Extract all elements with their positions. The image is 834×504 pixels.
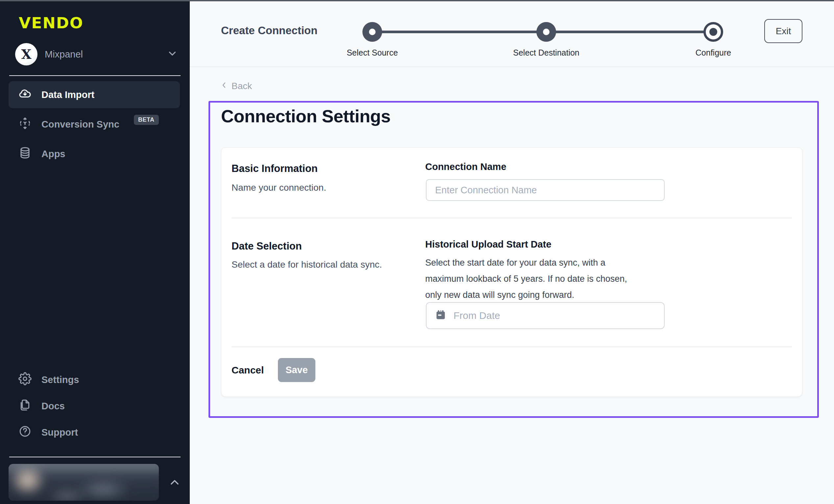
sidebar-nav: Data Import Conversion Sync BETA	[0, 81, 190, 167]
card-divider	[232, 347, 792, 347]
gear-icon	[18, 372, 31, 388]
sidebar: VENDO X Mixpanel Data Import	[0, 1, 190, 504]
sidebar-item-settings[interactable]: Settings	[8, 367, 180, 393]
page-title: Create Connection	[221, 24, 317, 37]
sidebar-item-data-import[interactable]: Data Import	[8, 81, 180, 108]
date-selection-description: Select a date for historical data sync.	[232, 259, 382, 270]
sync-arrows-icon	[18, 117, 31, 132]
connection-name-label: Connection Name	[425, 161, 506, 172]
step-label-configure: Configure	[696, 48, 731, 58]
historical-upload-label: Historical Upload Start Date	[425, 239, 551, 250]
basic-information-title: Basic Information	[232, 163, 318, 175]
calendar-icon	[434, 309, 447, 323]
chevron-left-icon	[220, 81, 228, 91]
sidebar-item-label: Settings	[41, 374, 79, 385]
mixpanel-logo-icon: X	[15, 43, 38, 65]
stepper-connector-1	[372, 30, 546, 33]
step-dot-select-source	[363, 22, 382, 42]
sidebar-item-label: Docs	[41, 401, 65, 412]
basic-information-description: Name your connection.	[232, 182, 326, 193]
sidebar-divider	[9, 75, 180, 76]
sidebar-divider-bottom	[9, 457, 180, 457]
workspace-name: Mixpanel	[45, 49, 83, 60]
cancel-button[interactable]: Cancel	[232, 365, 264, 376]
sidebar-item-apps[interactable]: Apps	[8, 140, 180, 167]
chevron-up-icon[interactable]	[168, 476, 181, 489]
card-divider	[232, 218, 792, 218]
user-profile-blurred[interactable]	[8, 464, 159, 501]
stepper-connector-2	[546, 30, 713, 33]
database-icon	[18, 146, 31, 162]
blurred-user-info	[8, 464, 159, 501]
header-divider	[190, 66, 834, 67]
connection-name-input[interactable]	[426, 179, 665, 201]
back-label: Back	[232, 81, 252, 91]
date-selection-title: Date Selection	[232, 240, 302, 252]
vendo-logo: VENDO	[19, 14, 190, 32]
back-link[interactable]: Back	[220, 81, 252, 91]
step-dot-select-destination	[536, 22, 556, 42]
sidebar-item-label: Support	[41, 427, 78, 438]
app-screen: VENDO X Mixpanel Data Import	[0, 0, 834, 504]
sidebar-item-label: Data Import	[41, 89, 94, 100]
panel-title: Connection Settings	[221, 106, 391, 126]
sidebar-footer-nav: Settings Docs	[0, 367, 190, 445]
user-row	[8, 464, 181, 501]
pages-icon	[18, 398, 31, 414]
cloud-download-icon	[18, 87, 31, 103]
step-label-select-destination: Select Destination	[513, 48, 579, 58]
save-button[interactable]: Save	[278, 358, 315, 382]
historical-upload-help: Select the start date for your data sync…	[425, 255, 642, 303]
from-date-placeholder: From Date	[454, 310, 500, 321]
chevron-down-icon	[167, 48, 178, 61]
connection-settings-card: Basic Information Name your connection. …	[221, 147, 803, 397]
sidebar-item-docs[interactable]: Docs	[8, 393, 180, 419]
question-circle-icon	[18, 425, 31, 440]
window-top-strip	[0, 0, 834, 1]
exit-button[interactable]: Exit	[764, 19, 803, 43]
sidebar-item-support[interactable]: Support	[8, 419, 180, 445]
beta-badge: BETA	[134, 115, 159, 125]
from-date-input[interactable]: From Date	[426, 302, 665, 329]
sidebar-item-label: Conversion Sync	[41, 119, 119, 130]
sidebar-item-label: Apps	[41, 149, 65, 159]
sidebar-item-conversion-sync[interactable]: Conversion Sync BETA	[8, 111, 180, 138]
step-label-select-source: Select Source	[347, 48, 398, 58]
workspace-selector[interactable]: X Mixpanel	[15, 43, 178, 65]
step-dot-configure	[703, 22, 723, 42]
